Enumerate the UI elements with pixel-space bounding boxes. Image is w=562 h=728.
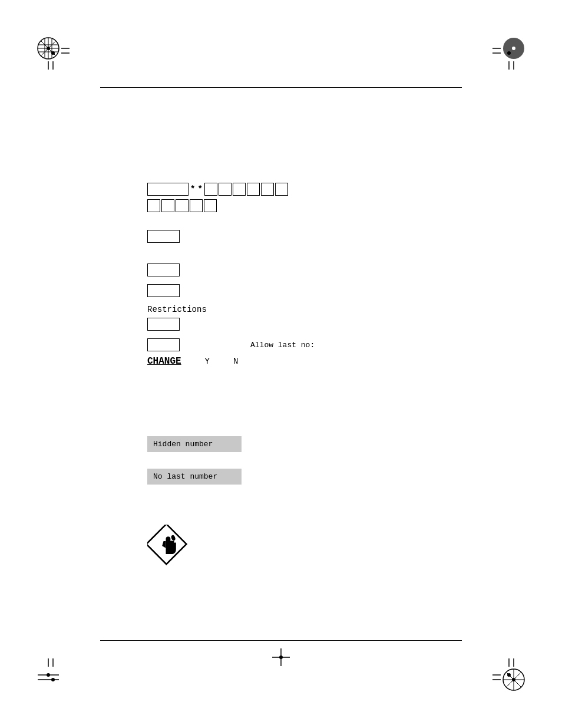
y-option[interactable]: Y [205, 357, 210, 366]
input-field-8[interactable] [147, 199, 160, 212]
input-field-3[interactable] [219, 183, 232, 196]
corner-registration-tr [485, 35, 527, 77]
svg-point-14 [51, 51, 55, 55]
change-label[interactable]: CHANGE [147, 356, 181, 367]
hidden-number-item: Hidden number [147, 436, 242, 457]
input-row-1: * * [147, 183, 442, 196]
warning-diamond-icon [147, 525, 189, 566]
input-field-9[interactable] [161, 199, 174, 212]
star-separator-2: * [197, 185, 202, 194]
input-field-12[interactable] [204, 199, 217, 212]
corner-registration-bl [35, 651, 77, 693]
input-field-single-3[interactable] [147, 284, 180, 297]
no-last-number-item: No last number [147, 469, 242, 489]
svg-point-21 [507, 51, 511, 55]
input-field-7[interactable] [275, 183, 288, 196]
single-input-row-3 [147, 284, 442, 300]
last-input-row: Allow last no: [147, 338, 442, 351]
svg-point-18 [512, 47, 515, 50]
input-field-single-4[interactable] [147, 318, 180, 331]
input-field-1[interactable] [147, 183, 189, 196]
corner-registration-tl [35, 35, 77, 77]
input-row-2 [147, 199, 442, 212]
info-section: Hidden number No last number [147, 436, 242, 501]
bottom-rule [100, 640, 462, 641]
input-field-5[interactable] [247, 183, 260, 196]
form-content: * * Restrictions Allow last no: [147, 183, 442, 367]
single-input-row-1 [147, 230, 442, 246]
restrictions-label: Restrictions [147, 305, 442, 314]
svg-point-38 [507, 673, 511, 677]
input-field-11[interactable] [190, 199, 203, 212]
warning-icon-area [147, 525, 189, 569]
svg-point-41 [279, 655, 283, 659]
input-field-4[interactable] [233, 183, 246, 196]
hidden-number-label: Hidden number [147, 436, 242, 452]
corner-registration-br [485, 651, 527, 693]
input-field-10[interactable] [176, 199, 189, 212]
input-field-single-1[interactable] [147, 230, 180, 243]
input-field-2[interactable] [204, 183, 217, 196]
top-rule [100, 87, 462, 88]
bottom-center-mark [272, 648, 290, 669]
svg-point-27 [51, 678, 55, 681]
single-input-row-4 [147, 318, 442, 334]
input-field-single-2[interactable] [147, 263, 180, 276]
input-field-single-5[interactable] [147, 338, 180, 351]
change-row: CHANGE Y N [147, 356, 442, 367]
svg-point-35 [512, 678, 515, 681]
allow-last-no-label: Allow last no: [250, 341, 315, 350]
no-last-number-label: No last number [147, 469, 242, 485]
input-field-6[interactable] [261, 183, 274, 196]
svg-point-11 [47, 47, 50, 50]
n-option[interactable]: N [233, 357, 238, 366]
single-input-row-2 [147, 263, 442, 279]
star-separator-1: * [190, 185, 195, 194]
